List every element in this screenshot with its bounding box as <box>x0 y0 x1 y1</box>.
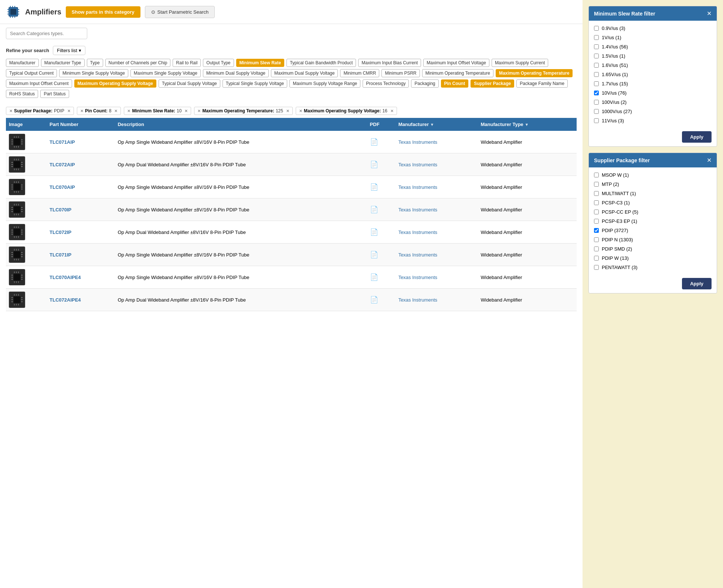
manufacturer-link[interactable]: Texas Instruments <box>398 139 438 145</box>
filter-tag-process-technology[interactable]: Process Technology <box>363 79 409 88</box>
part-number-link[interactable]: TLC072AIP <box>50 162 75 167</box>
filter-tag-typical-gain-bandwidth-product[interactable]: Typical Gain Bandwidth Product <box>286 59 356 67</box>
slew-rate-apply-button[interactable]: Apply <box>682 131 712 143</box>
pdf-icon[interactable]: 📄 <box>370 183 378 191</box>
slew-rate-checkbox[interactable] <box>594 100 599 105</box>
slew-rate-checkbox[interactable] <box>594 81 599 86</box>
slew-rate-checkbox[interactable] <box>594 54 599 58</box>
filter-tag-typical-output-current[interactable]: Typical Output Current <box>6 69 57 77</box>
table-row: TLC070AIPE4Op Amp Single Wideband Amplif… <box>6 266 577 289</box>
slew-rate-checkbox[interactable] <box>594 118 599 123</box>
supplier-package-checkbox[interactable] <box>594 237 599 242</box>
remove-filter-x[interactable]: ✕ <box>197 109 201 113</box>
filter-tag-minimum-cmrr[interactable]: Minimum CMRR <box>340 69 379 77</box>
filter-col-icon[interactable]: ▼ <box>525 122 529 127</box>
filter-tag-maximum-supply-current[interactable]: Maximum Supply Current <box>492 59 548 67</box>
pdf-icon[interactable]: 📄 <box>370 273 378 281</box>
filter-tag-maximum-operating-supply-voltage[interactable]: Maximum Operating Supply Voltage <box>74 79 156 88</box>
supplier-package-checkbox[interactable] <box>594 210 599 214</box>
manufacturer-link[interactable]: Texas Instruments <box>398 252 438 258</box>
filter-tag-minimum-single-supply-voltage[interactable]: Minimum Single Supply Voltage <box>59 69 128 77</box>
filter-tag-typical-single-supply-voltage[interactable]: Typical Single Supply Voltage <box>223 79 287 88</box>
slew-rate-checkbox[interactable] <box>594 63 599 68</box>
manufacturer-link[interactable]: Texas Instruments <box>398 162 438 167</box>
remove-filter-x[interactable]: ✕ <box>127 109 130 113</box>
pdf-icon[interactable]: 📄 <box>370 228 378 236</box>
supplier-package-checkbox[interactable] <box>594 191 599 196</box>
remove-filter-x[interactable]: ✕ <box>9 109 13 113</box>
slew-rate-checkbox[interactable] <box>594 26 599 31</box>
supplier-package-checkbox[interactable] <box>594 219 599 224</box>
filter-tag-number-of-channels-per-chip[interactable]: Number of Channels per Chip <box>105 59 171 67</box>
slew-rate-checkbox[interactable] <box>594 35 599 40</box>
filter-tag-packaging[interactable]: Packaging <box>411 79 438 88</box>
pdf-icon[interactable]: 📄 <box>370 206 378 213</box>
filter-tag-rohs-status[interactable]: RoHS Status <box>6 90 38 98</box>
part-number-link[interactable]: TLC070AIP <box>50 184 75 190</box>
supplier-package-checkbox[interactable] <box>594 256 599 261</box>
pdf-icon[interactable]: 📄 <box>370 251 378 258</box>
filter-tag-maximum-input-offset-voltage[interactable]: Maximum Input Offset Voltage <box>423 59 489 67</box>
remove-filter-value-x[interactable]: ✕ <box>114 109 118 113</box>
filter-tag-maximum-dual-supply-voltage[interactable]: Maximum Dual Supply Voltage <box>271 69 338 77</box>
remove-filter-value-x[interactable]: ✕ <box>67 109 71 113</box>
filter-tag-maximum-supply-voltage-range[interactable]: Maximum Supply Voltage Range <box>289 79 360 88</box>
supplier-package-checkbox[interactable] <box>594 200 599 205</box>
filters-list-button[interactable]: Filters list ▾ <box>53 46 85 55</box>
manufacturer-link[interactable]: Texas Instruments <box>398 230 438 235</box>
search-input[interactable] <box>6 28 87 39</box>
supplier-package-filter-close[interactable]: ✕ <box>707 157 712 164</box>
filter-tag-typical-dual-supply-voltage[interactable]: Typical Dual Supply Voltage <box>159 79 220 88</box>
filter-tag-pin-count[interactable]: Pin Count <box>441 79 469 88</box>
filter-tag-maximum-single-supply-voltage[interactable]: Maximum Single Supply Voltage <box>130 69 201 77</box>
part-number-link[interactable]: TLC071AIP <box>50 139 75 145</box>
part-number-link[interactable]: TLC071IP <box>50 252 71 258</box>
filter-tag-minimum-slew-rate[interactable]: Minimum Slew Rate <box>236 59 285 67</box>
remove-filter-x[interactable]: ✕ <box>299 109 302 113</box>
part-number-link[interactable]: TLC072IP <box>50 230 71 235</box>
supplier-package-checkbox[interactable] <box>594 228 599 233</box>
part-number-link[interactable]: TLC070AIPE4 <box>50 275 81 280</box>
filter-col-icon[interactable]: ▼ <box>430 122 434 127</box>
filter-tag-rail-to-rail[interactable]: Rail to Rail <box>173 59 201 67</box>
filter-tag-supplier-package[interactable]: Supplier Package <box>471 79 514 88</box>
filter-tag-minimum-dual-supply-voltage[interactable]: Minimum Dual Supply Voltage <box>203 69 269 77</box>
filter-tag-maximum-input-offset-current[interactable]: Maximum Input Offset Current <box>6 79 72 88</box>
filter-tag-maximum-operating-temperature[interactable]: Maximum Operating Temperature <box>496 69 573 77</box>
filter-tag-package-family-name[interactable]: Package Family Name <box>516 79 568 88</box>
slew-rate-checkbox[interactable] <box>594 91 599 95</box>
pdf-icon[interactable]: 📄 <box>370 296 378 303</box>
part-image-cell <box>6 289 47 311</box>
supplier-package-checkbox[interactable] <box>594 247 599 251</box>
supplier-package-checkbox[interactable] <box>594 182 599 187</box>
manufacturer-link[interactable]: Texas Instruments <box>398 275 438 280</box>
slew-rate-checkbox[interactable] <box>594 44 599 49</box>
filter-tag-manufacturer-type[interactable]: Manufacturer Type <box>41 59 85 67</box>
pdf-icon[interactable]: 📄 <box>370 161 378 168</box>
parametric-search-button[interactable]: ⊙ Start Parametric Search <box>145 6 215 18</box>
remove-filter-value-x[interactable]: ✕ <box>286 109 289 113</box>
supplier-package-apply-button[interactable]: Apply <box>682 278 712 289</box>
filter-tag-minimum-operating-temperature[interactable]: Minimum Operating Temperature <box>422 69 493 77</box>
show-parts-button[interactable]: Show parts in this category <box>66 6 140 18</box>
manufacturer-link[interactable]: Texas Instruments <box>398 207 438 213</box>
filter-tag-type[interactable]: Type <box>87 59 103 67</box>
pdf-icon[interactable]: 📄 <box>370 138 378 146</box>
part-number-link[interactable]: TLC070IP <box>50 207 71 213</box>
filter-tag-maximum-input-bias-current[interactable]: Maximum Input Bias Current <box>358 59 421 67</box>
supplier-package-checkbox[interactable] <box>594 173 599 177</box>
filter-tag-output-type[interactable]: Output Type <box>203 59 234 67</box>
filter-tag-part-status[interactable]: Part Status <box>40 90 69 98</box>
manufacturer-link[interactable]: Texas Instruments <box>398 297 438 303</box>
manufacturer-link[interactable]: Texas Instruments <box>398 184 438 190</box>
slew-rate-filter-close[interactable]: ✕ <box>707 10 712 17</box>
filter-tag-manufacturer[interactable]: Manufacturer <box>6 59 39 67</box>
slew-rate-checkbox[interactable] <box>594 72 599 77</box>
part-number-link[interactable]: TLC072AIPE4 <box>50 297 81 303</box>
remove-filter-x[interactable]: ✕ <box>80 109 84 113</box>
slew-rate-checkbox[interactable] <box>594 109 599 114</box>
filter-tag-minimum-psrr[interactable]: Minimum PSRR <box>381 69 420 77</box>
remove-filter-value-x[interactable]: ✕ <box>184 109 188 113</box>
remove-filter-value-x[interactable]: ✕ <box>390 109 394 113</box>
supplier-package-checkbox[interactable] <box>594 265 599 270</box>
